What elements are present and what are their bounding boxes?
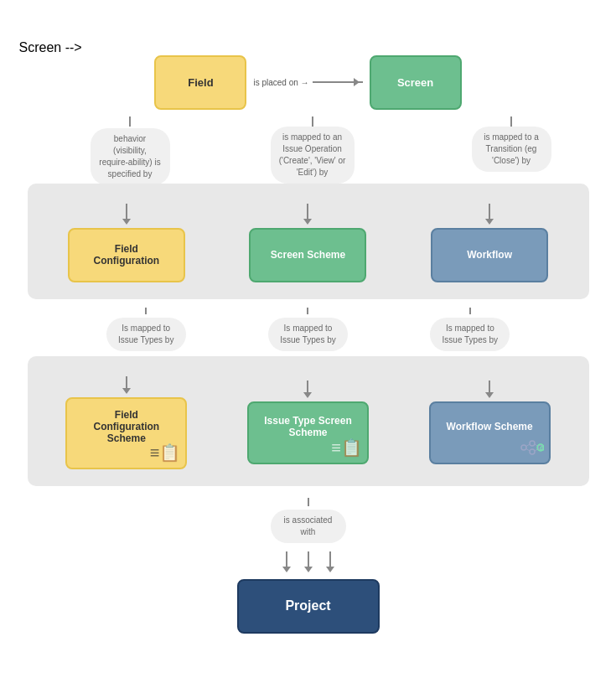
screen-scheme-box: Screen Scheme xyxy=(249,228,366,282)
wf-mapped-col: Is mapped to Issue Types by xyxy=(430,304,510,351)
three-arrows xyxy=(282,548,334,576)
associated-arrow-up xyxy=(308,498,309,506)
arrow-right xyxy=(326,551,334,572)
arrow-down-line-3 xyxy=(510,116,512,127)
list-icon-2: ≡📋 xyxy=(331,437,362,458)
fc-mapped-col: Is mapped to Issue Types by xyxy=(106,304,186,351)
svg-text:⚙: ⚙ xyxy=(539,445,544,453)
associated-section: is associated with Project xyxy=(19,494,598,634)
arrow-into-wfs xyxy=(485,381,494,398)
wfs-col: Workflow Scheme xyxy=(429,377,551,464)
fc-mapped-label: Is mapped to Issue Types by xyxy=(106,318,186,351)
svg-point-0 xyxy=(521,445,526,450)
field-configuration-box: Field Configuration xyxy=(68,228,185,282)
arrow-line xyxy=(313,81,363,83)
field-box: Field xyxy=(154,55,246,110)
workflow-scheme-box: Workflow Scheme xyxy=(429,401,551,464)
ss-mapped-col: Is mapped to Issue Types by xyxy=(268,304,348,351)
svg-line-4 xyxy=(526,444,530,447)
arrow-into-fc xyxy=(122,204,131,225)
arrow-center xyxy=(304,551,313,572)
transition-label: is mapped to a Transition (eg 'Close') b… xyxy=(472,127,551,172)
svg-point-2 xyxy=(530,449,535,454)
list-icon: ≡📋 xyxy=(150,443,181,463)
arrow-into-wf xyxy=(485,204,494,225)
mapping-labels-row: Is mapped to Issue Types by Is mapped to… xyxy=(19,304,598,351)
arrow-wf-down xyxy=(469,308,471,314)
arrow-fc-down xyxy=(145,308,147,314)
arrow-left xyxy=(282,551,291,572)
mappings-band: Field Configuration Scheme ≡📋 Issue Type… xyxy=(28,356,589,486)
workflow-col: Workflow xyxy=(431,200,548,282)
mappings-row: Field Configuration Scheme ≡📋 Issue Type… xyxy=(36,373,581,469)
ss-mapped-label: Is mapped to Issue Types by xyxy=(268,318,348,351)
screen-scheme-col: Screen Scheme xyxy=(249,200,366,282)
arrow-ss-down xyxy=(307,308,308,314)
svg-point-1 xyxy=(530,441,535,446)
arrow-down-line-2 xyxy=(312,116,313,127)
arrow-into-ss xyxy=(303,204,312,225)
field-to-screen-arrow: is placed on → xyxy=(253,78,362,87)
mappings-band-wrapper: Mappings with Issue Types Field Configur… xyxy=(28,356,589,486)
issue-type-screen-scheme-box: Issue Type Screen Scheme ≡📋 xyxy=(247,401,369,464)
behavior-label: behavior (visibility, require-ability) i… xyxy=(91,128,170,185)
svg-line-5 xyxy=(526,449,530,452)
associated-label: is associated with xyxy=(271,510,346,543)
groups-band: Field Configuration Screen Scheme xyxy=(28,184,589,299)
fcs-col: Field Configuration Scheme ≡📋 xyxy=(65,373,187,469)
groups-band-wrapper: Groups and Associations Field Configurat… xyxy=(28,184,589,299)
itss-col: Issue Type Screen Scheme ≡📋 xyxy=(247,377,369,464)
arrow-down-line xyxy=(129,116,131,127)
project-box: Project xyxy=(237,579,380,634)
field-config-col: Field Configuration xyxy=(68,200,185,282)
arrow-into-itss xyxy=(303,381,312,398)
workflow-box: Workflow xyxy=(431,228,548,282)
field-config-scheme-box: Field Configuration Scheme ≡📋 xyxy=(65,397,187,469)
workflow-icon: ⚙ xyxy=(520,440,544,458)
arrow-into-fcs xyxy=(122,376,131,394)
wf-mapped-label: Is mapped to Issue Types by xyxy=(430,318,510,351)
screen-box: Screen xyxy=(370,55,462,110)
groups-row: Field Configuration Screen Scheme xyxy=(36,200,581,282)
screen-operation-label: is mapped to an Issue Operation ('Create… xyxy=(271,127,355,184)
diagram-container: Screen --> Field is placed on → Screen b… xyxy=(11,23,606,650)
